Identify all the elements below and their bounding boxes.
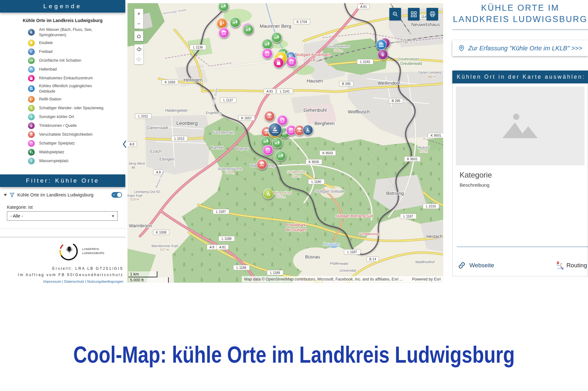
map-label: Rotwildpark xyxy=(286,223,306,227)
webseite-link[interactable]: Webseite xyxy=(458,261,494,269)
map-marker-gruenflaeche[interactable] xyxy=(272,32,282,42)
spielplatz-icon xyxy=(28,140,35,147)
legend-item: Sonstiger kühler Ort xyxy=(28,113,123,121)
map-marker-gruenflaeche[interactable] xyxy=(262,39,272,49)
road-shield: L 1187 xyxy=(400,214,416,219)
home-button[interactable] xyxy=(134,31,143,41)
map-label: Greutterwald xyxy=(400,61,422,66)
map-marker-sitz[interactable] xyxy=(257,159,267,169)
map-marker-refill[interactable] xyxy=(217,18,227,28)
divider xyxy=(452,30,588,30)
waldspielplatz-icon xyxy=(28,149,35,156)
zoom-out-button[interactable]: − xyxy=(134,19,143,29)
footer-link[interactable]: Impressum xyxy=(43,280,61,283)
place-detail-card: Kategorie Beschreibung Webseite xyxy=(452,83,588,276)
map-marker-trinkbrunnen[interactable] xyxy=(378,49,388,60)
map-label: Sertinger Kopf xyxy=(271,191,291,195)
map-label: 504 m xyxy=(292,174,301,178)
erfassung-link[interactable]: Zur Erfassung "Kühle Orte im LKLB" >>> xyxy=(452,40,588,56)
map-marker-gruenflaeche[interactable] xyxy=(218,3,229,11)
map-marker-gruenflaeche[interactable] xyxy=(276,151,286,161)
eagle-icon xyxy=(65,246,73,253)
svg-text:L 1187: L 1187 xyxy=(348,250,357,254)
legend-list: Am Wasser (Bach, Fluss, See, Springbrunn… xyxy=(0,27,125,165)
credit-line-1: Erstellt: LRA LB GT251/GIS xyxy=(0,266,123,271)
map-label: Bopser xyxy=(236,146,249,151)
filter-toggle[interactable] xyxy=(111,192,122,198)
expand-triangle-icon[interactable] xyxy=(4,194,7,198)
scale-bar: 1 km 5.000 ft xyxy=(128,271,169,283)
category-select[interactable]: - Alle - xyxy=(7,211,118,221)
map-marker-wanderweg[interactable] xyxy=(263,189,273,199)
app-title: KÜHLE ORTE IM LANDKREIS LUDWIGSBURG xyxy=(452,3,588,25)
map-label: Warmbronner Kopf xyxy=(151,244,178,248)
road-shield: K 9501 xyxy=(404,156,421,162)
legend-item: Wasserspielplatz xyxy=(28,157,123,165)
svg-text:K 1657: K 1657 xyxy=(241,116,252,120)
search-button[interactable] xyxy=(389,8,401,20)
sidebar-collapse-button[interactable] xyxy=(122,139,127,150)
map-marker-spielplatz[interactable] xyxy=(262,48,272,59)
svg-text:L 1136: L 1136 xyxy=(193,45,203,49)
map-label: Weilimdorf xyxy=(378,80,400,86)
routing-link[interactable]: Routing xyxy=(555,261,587,270)
footer-link[interactable]: Datenschutz xyxy=(64,280,84,283)
map-marker-sitz[interactable] xyxy=(264,111,274,121)
category-select-value: - Alle - xyxy=(10,213,23,218)
search-icon xyxy=(392,11,399,18)
map-marker-spielplatz[interactable] xyxy=(219,28,229,38)
map-label: Wolfbusch xyxy=(348,109,370,114)
map-label: Ezach xyxy=(150,149,161,154)
svg-text:A 81: A 81 xyxy=(360,5,367,8)
map-label: Neuwirtshaus xyxy=(411,22,440,27)
svg-text:L 1141: L 1141 xyxy=(280,89,290,93)
road-shield: K 1657 xyxy=(238,116,255,121)
basemap-gallery-button[interactable] xyxy=(408,8,420,20)
footer-link[interactable]: Nutzungsbedingungen xyxy=(87,280,123,283)
map-marker-gebaeude[interactable] xyxy=(376,40,386,50)
map-label: Haldengebiet xyxy=(165,108,188,113)
zoom-in-button[interactable]: + xyxy=(134,9,143,19)
svg-text:K 1008: K 1008 xyxy=(156,230,166,234)
previous-extent-button[interactable] xyxy=(134,44,143,54)
legend-item: Schattiger Spielplatz xyxy=(28,140,123,147)
road-shield: A 81 xyxy=(358,4,370,9)
map-label: 384 m xyxy=(427,75,436,79)
map-marker-am-wasser[interactable] xyxy=(303,125,313,135)
map-marker-gruenflaeche[interactable] xyxy=(243,25,253,35)
svg-text:L 1187: L 1187 xyxy=(216,210,226,213)
map-marker-gruenflaeche[interactable] xyxy=(230,17,240,27)
powered-by-esri[interactable]: Powered by Esri xyxy=(412,277,441,281)
beschreibung-label: Beschreibung xyxy=(460,182,585,188)
map-marker-spielplatz[interactable] xyxy=(263,145,273,155)
map-marker-gruenflaeche[interactable] xyxy=(272,138,282,148)
map-marker-einkaufszentrum[interactable] xyxy=(274,58,284,68)
map-label: Botnang xyxy=(386,190,404,196)
map-label: Gärten Lemberg xyxy=(418,71,441,74)
map-marker-gruenflaeche[interactable] xyxy=(261,136,271,146)
map-marker-spielplatz[interactable] xyxy=(277,115,287,125)
legend-item: Am Wasser (Bach, Fluss, See, Springbrunn… xyxy=(28,27,123,38)
arrow-left-icon xyxy=(136,47,142,52)
road-shield: L 1141 xyxy=(277,89,293,94)
print-button[interactable] xyxy=(427,8,438,20)
location-pin-icon xyxy=(458,45,465,52)
map-label: Schattenring xyxy=(359,232,379,236)
legend-panel: Kühle Orte im Landkreis Ludwigsburg Am W… xyxy=(0,13,125,166)
map-canvas[interactable]: A 81L 1141K 1704L 1136L 1143K 1059B 295A… xyxy=(127,3,443,283)
next-extent-button[interactable] xyxy=(134,54,143,64)
legend-item: Trinkbrunnen / Quelle xyxy=(28,122,123,129)
map-label: 519 m xyxy=(130,198,139,201)
map-marker-am-wasser[interactable] xyxy=(269,123,282,136)
scale-km: 1 km xyxy=(128,271,157,277)
wanderweg-icon xyxy=(28,105,35,112)
link-icon xyxy=(458,261,466,269)
legend-item-label: Schattiger Spielplatz xyxy=(39,141,75,146)
legend-item-label: Verschattete Sitzmöglichkeiten xyxy=(39,132,93,137)
map-marker-spielplatz[interactable] xyxy=(286,57,297,67)
map-label: linger Kopf xyxy=(127,194,142,197)
eisdiele-icon xyxy=(28,39,35,47)
road-shield: B 14 xyxy=(367,257,379,262)
map-label: Maurener Berg xyxy=(260,23,291,29)
svg-text:B 295: B 295 xyxy=(342,82,351,86)
